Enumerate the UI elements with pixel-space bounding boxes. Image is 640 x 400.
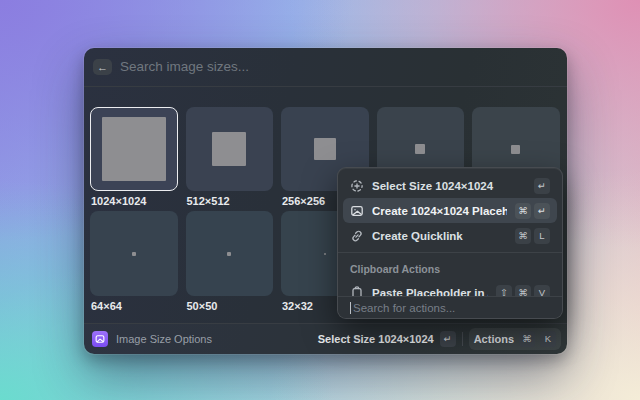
shortcut-keys: ⌘ ↵ bbox=[515, 203, 550, 219]
actions-search-placeholder: Search for actions... bbox=[353, 302, 455, 314]
size-tile-50x50[interactable] bbox=[186, 211, 274, 296]
size-preview-square bbox=[314, 138, 336, 160]
search-input[interactable]: Search image sizes... bbox=[120, 48, 249, 86]
action-label: Create 1024×1024 Placeholder bbox=[372, 205, 507, 217]
size-tile-label: 512×512 bbox=[187, 195, 277, 207]
topbar-divider bbox=[84, 86, 567, 87]
desktop-background: ← Search image sizes... Square 1024×1024… bbox=[0, 0, 640, 400]
action-label: Select Size 1024×1024 bbox=[372, 180, 526, 192]
size-tile-64x64[interactable] bbox=[90, 211, 178, 296]
size-preview-square bbox=[415, 144, 425, 154]
size-preview-square bbox=[132, 252, 136, 256]
action-item-select-size[interactable]: Select Size 1024×1024 ↵ bbox=[343, 173, 557, 198]
action-label: Create Quicklink bbox=[372, 230, 507, 242]
search-bar: ← Search image sizes... bbox=[84, 48, 567, 86]
cmd-key-badge: ⌘ bbox=[519, 331, 535, 347]
actions-search-field[interactable]: Search for actions... bbox=[338, 296, 562, 318]
size-tile-label: 1024×1024 bbox=[91, 195, 181, 207]
link-icon bbox=[350, 229, 364, 243]
footer-divider bbox=[462, 332, 463, 346]
image-icon bbox=[95, 334, 105, 344]
l-key-badge: L bbox=[534, 228, 550, 244]
size-tile-label: 64×64 bbox=[91, 300, 181, 312]
action-item-create-placeholder[interactable]: Create 1024×1024 Placeholder ⌘ ↵ bbox=[343, 198, 557, 223]
size-tile-512x512[interactable] bbox=[186, 107, 274, 191]
cmd-key-badge: ⌘ bbox=[515, 228, 531, 244]
action-item-create-quicklink[interactable]: Create Quicklink ⌘ L bbox=[343, 223, 557, 248]
text-cursor bbox=[350, 302, 351, 314]
size-tile-label: 50×50 bbox=[187, 300, 277, 312]
extension-icon bbox=[92, 331, 108, 347]
panel-divider bbox=[338, 252, 562, 253]
size-preview-square bbox=[212, 132, 246, 166]
return-key-badge: ↵ bbox=[534, 178, 550, 194]
select-frame-icon bbox=[350, 179, 364, 193]
section-header-clipboard-actions: Clipboard Actions bbox=[343, 257, 557, 280]
status-bar: Image Size Options Select Size 1024×1024… bbox=[84, 323, 567, 354]
size-preview-square bbox=[102, 117, 166, 181]
back-arrow-icon: ← bbox=[97, 61, 108, 73]
primary-action-label[interactable]: Select Size 1024×1024 bbox=[318, 333, 434, 345]
extension-name: Image Size Options bbox=[116, 324, 212, 354]
image-icon bbox=[350, 204, 364, 218]
return-key-badge: ↵ bbox=[534, 203, 550, 219]
actions-button-label: Actions bbox=[474, 333, 514, 345]
cmd-key-badge: ⌘ bbox=[515, 203, 531, 219]
actions-panel: Select Size 1024×1024 ↵ Create 1024×1024… bbox=[337, 167, 563, 319]
k-key-badge: K bbox=[540, 331, 556, 347]
shortcut-keys: ⌘ L bbox=[515, 228, 550, 244]
footer-actions: Select Size 1024×1024 ↵ Actions ⌘ K bbox=[318, 324, 561, 354]
actions-menu-button[interactable]: Actions ⌘ K bbox=[469, 328, 561, 350]
size-tile-1024x1024[interactable] bbox=[90, 107, 178, 191]
size-preview-square bbox=[511, 145, 520, 154]
size-preview-square bbox=[227, 252, 231, 256]
size-preview-square bbox=[324, 253, 326, 255]
shortcut-keys: ↵ bbox=[534, 178, 550, 194]
back-button[interactable]: ← bbox=[93, 59, 112, 75]
return-key-badge: ↵ bbox=[440, 331, 456, 347]
